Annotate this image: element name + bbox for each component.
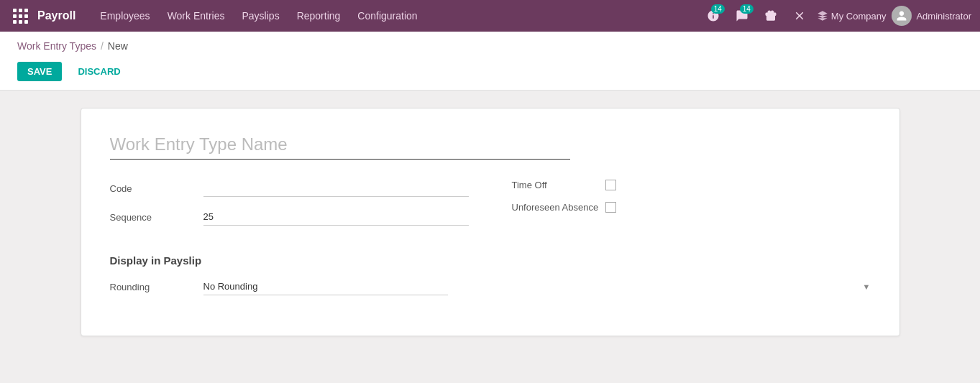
- toolbar: SAVE DISCARD: [17, 56, 963, 90]
- unforeseen-label: Unforeseen Absence: [512, 202, 605, 213]
- time-off-checkbox[interactable]: [605, 180, 616, 190]
- activities-icon[interactable]: 14: [702, 4, 725, 27]
- time-off-label: Time Off: [512, 180, 605, 190]
- fields-row: Code Sequence Time Off Unforeseen Abs: [110, 180, 871, 237]
- subheader: Work Entry Types / New SAVE DISCARD: [0, 32, 980, 91]
- messages-icon[interactable]: 14: [731, 4, 754, 27]
- company-selector[interactable]: My Company: [817, 10, 887, 22]
- topbar: Payroll Employees Work Entries Payslips …: [0, 0, 980, 32]
- rounding-select-arrow: ▼: [863, 282, 871, 291]
- sequence-input[interactable]: [203, 208, 469, 226]
- rounding-select[interactable]: No Rounding Half Day Day: [203, 278, 448, 295]
- nav-payslips[interactable]: Payslips: [235, 7, 287, 24]
- nav-configuration[interactable]: Configuration: [350, 7, 424, 24]
- breadcrumb-parent[interactable]: Work Entry Types: [17, 40, 96, 52]
- messages-badge: 14: [740, 4, 754, 14]
- company-name: My Company: [831, 11, 887, 22]
- close-icon[interactable]: [788, 4, 811, 27]
- nav-work-entries[interactable]: Work Entries: [160, 7, 232, 24]
- rounding-label: Rounding: [110, 282, 203, 292]
- main-nav: Employees Work Entries Payslips Reportin…: [93, 7, 698, 24]
- nav-reporting[interactable]: Reporting: [290, 7, 348, 24]
- main-content: Code Sequence Time Off Unforeseen Abs: [0, 91, 980, 354]
- nav-employees[interactable]: Employees: [93, 7, 157, 24]
- sequence-field-row: Sequence: [110, 208, 469, 226]
- right-fields: Time Off Unforeseen Absence: [512, 180, 871, 237]
- code-input[interactable]: [203, 180, 469, 197]
- breadcrumb-current: New: [108, 40, 128, 52]
- time-off-field-row: Time Off: [512, 180, 871, 190]
- code-field-row: Code: [110, 180, 469, 197]
- rounding-field-row: Rounding No Rounding Half Day Day ▼: [110, 278, 871, 295]
- unforeseen-checkbox[interactable]: [605, 202, 616, 213]
- user-avatar: [892, 6, 912, 26]
- discard-button[interactable]: DISCARD: [68, 62, 130, 81]
- work-entry-type-name-input[interactable]: [110, 131, 570, 160]
- user-name: Administrator: [916, 11, 971, 22]
- topbar-right: 14 14 My Company Administrator: [702, 4, 971, 27]
- app-name: Payroll: [37, 9, 75, 22]
- activities-badge: 14: [711, 4, 725, 14]
- sequence-label: Sequence: [110, 212, 203, 223]
- form-card: Code Sequence Time Off Unforeseen Abs: [81, 108, 900, 336]
- breadcrumb: Work Entry Types / New: [17, 32, 963, 56]
- code-label: Code: [110, 183, 203, 194]
- display-payslip-section-title: Display in Payslip: [110, 254, 871, 267]
- unforeseen-field-row: Unforeseen Absence: [512, 202, 871, 213]
- grid-menu-icon[interactable]: [9, 4, 32, 27]
- left-fields: Code Sequence: [110, 180, 469, 237]
- gift-icon[interactable]: [759, 4, 782, 27]
- time-off-checkbox-wrap: [605, 180, 616, 190]
- save-button[interactable]: SAVE: [17, 62, 62, 81]
- rounding-select-wrap: No Rounding Half Day Day ▼: [203, 278, 871, 295]
- breadcrumb-separator: /: [101, 40, 104, 52]
- unforeseen-checkbox-wrap: [605, 202, 616, 213]
- user-menu[interactable]: Administrator: [892, 6, 971, 26]
